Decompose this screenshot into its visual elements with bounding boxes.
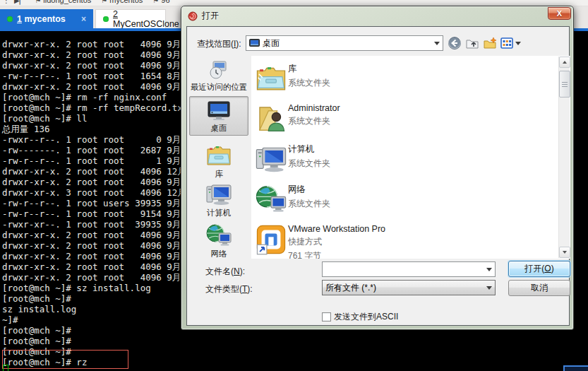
dialog-titlebar[interactable]: 打开: [188, 10, 219, 22]
libraries-folder-icon: [256, 64, 287, 93]
view-menu-caret-icon[interactable]: [515, 42, 521, 45]
tab-number: 1: [17, 14, 22, 24]
places-bar: 最近访问的位置 桌面: [187, 56, 251, 259]
bookmark-item-mycentos[interactable]: ⚑ mycentos: [101, 0, 143, 4]
place-recent[interactable]: 最近访问的位置: [187, 59, 251, 93]
look-in-label: 查找范围(I):: [197, 38, 241, 50]
place-network[interactable]: 网络: [187, 223, 251, 259]
file-type: 系统文件夹: [288, 77, 330, 89]
file-name: Administrator: [288, 103, 340, 113]
file-size: 761 字节: [288, 250, 385, 259]
file-item-vmware[interactable]: VMware Workstation Pro快捷方式761 字节: [254, 220, 551, 259]
collapse-arrow-icon[interactable]: ▶▏: [14, 0, 25, 4]
tab-number: 2: [113, 9, 118, 19]
file-item-computer[interactable]: 计算机系统文件夹: [254, 139, 551, 179]
session-connected-icon: [103, 16, 109, 22]
terminal-line: [root@mch ~]#: [2, 336, 588, 346]
desktop-icon: [205, 100, 232, 122]
filetype-label: 文件类型(T):: [205, 283, 253, 295]
filename-input[interactable]: [322, 261, 496, 277]
look-in-value: 桌面: [263, 37, 280, 49]
vmware-shortcut-icon: [256, 224, 287, 255]
bookmark-label: 96: [161, 0, 169, 4]
tab-label: mycentos: [22, 14, 66, 24]
file-name: 网络: [288, 184, 330, 196]
place-label: 桌面: [190, 123, 248, 134]
recent-places-icon: [208, 59, 230, 81]
filetype-value: 所有文件 (*.*): [325, 282, 376, 294]
annotation-red-rectangle: [2, 350, 128, 369]
bookmark-label: mycentos: [109, 0, 143, 4]
desktop-mini-icon: [249, 39, 260, 48]
dropdown-arrow[interactable]: [484, 262, 495, 276]
file-type: 系统文件夹: [288, 158, 330, 170]
dialog-client-area: 查找范围(I): 桌面: [186, 26, 570, 326]
network-icon: [255, 184, 287, 214]
dialog-title: 打开: [202, 10, 219, 22]
place-libraries[interactable]: 库: [187, 143, 251, 179]
place-desktop[interactable]: 桌面: [189, 96, 248, 136]
checkbox[interactable]: [322, 312, 331, 322]
dropdown-arrow[interactable]: [431, 36, 443, 50]
scrollbar-thumb[interactable]: [559, 71, 570, 98]
close-icon[interactable]: X: [548, 7, 571, 20]
file-name: 库: [288, 63, 330, 75]
bookmark-flag-icon: ⚑: [152, 0, 159, 4]
file-list[interactable]: 库系统文件夹 Administrator系统文件夹: [251, 56, 570, 259]
place-label: 网络: [187, 249, 251, 259]
session-connected-icon: [7, 16, 13, 22]
open-button[interactable]: 打开(O): [508, 261, 570, 277]
ascii-checkbox-row[interactable]: 发送文件到ASCII: [322, 311, 398, 323]
menu-dots-icon[interactable]: ⋮: [3, 0, 10, 4]
tab-label: MyCentOSClone: [113, 19, 179, 29]
file-item-administrator[interactable]: Administrator系统文件夹: [254, 99, 551, 139]
bookmark-item-96[interactable]: ⚑ 96: [152, 0, 169, 4]
terminal-cursor: [3, 365, 8, 371]
libraries-icon: [206, 143, 232, 167]
bookmark-label: lidong_centos: [43, 0, 91, 4]
computer-icon: [205, 182, 232, 206]
up-one-level-icon[interactable]: [465, 36, 479, 50]
network-icon: [205, 223, 232, 247]
checkbox-label: 发送文件到ASCII: [334, 311, 398, 323]
back-icon[interactable]: [448, 36, 462, 50]
file-list-scrollbar[interactable]: [558, 57, 570, 258]
place-label: 计算机: [187, 208, 251, 218]
terminal-corner-indicator: [563, 365, 588, 371]
tab-close-icon[interactable]: ×: [81, 15, 86, 23]
scroll-up-icon[interactable]: [559, 57, 570, 68]
place-computer[interactable]: 计算机: [187, 182, 251, 218]
file-type: 系统文件夹: [288, 198, 330, 210]
dropdown-arrow[interactable]: [484, 281, 495, 295]
filename-label: 文件名(N):: [205, 266, 245, 278]
xshell-transfer-icon: [188, 11, 198, 21]
computer-icon: [255, 144, 287, 174]
file-name: 计算机: [288, 143, 330, 155]
place-label: 库: [187, 169, 251, 179]
scroll-down-icon[interactable]: [559, 247, 570, 258]
view-menu-icon[interactable]: [500, 36, 514, 50]
bookmark-flag-icon: ⚑: [101, 0, 107, 4]
new-folder-icon[interactable]: [483, 36, 497, 50]
file-name: VMware Workstation Pro: [288, 224, 385, 234]
place-label: 最近访问的位置: [187, 82, 251, 93]
cancel-button[interactable]: 取消: [508, 280, 570, 296]
file-item-network[interactable]: 网络系统文件夹: [254, 179, 551, 219]
open-file-dialog: 打开 X 查找范围(I): 桌面: [181, 6, 574, 330]
file-type: 快捷方式: [288, 236, 385, 248]
user-folder-icon: [256, 104, 286, 134]
tab-mycentosclone[interactable]: 2 MyCentOSClone: [95, 9, 166, 28]
file-item-libraries[interactable]: 库系统文件夹: [254, 59, 551, 98]
file-type: 系统文件夹: [288, 115, 340, 127]
filetype-dropdown[interactable]: 所有文件 (*.*): [322, 280, 496, 295]
screen: ⋮ ▶▏ ⚑ lidong_centos ⚑ mycentos ⚑ 96 1 m…: [0, 0, 588, 371]
bookmark-item-lidong-centos[interactable]: ⚑ lidong_centos: [35, 0, 91, 4]
bookmark-flag-icon: ⚑: [35, 0, 41, 4]
tab-mycentos[interactable]: 1 mycentos ×: [0, 9, 93, 28]
look-in-dropdown[interactable]: 桌面: [246, 35, 443, 51]
